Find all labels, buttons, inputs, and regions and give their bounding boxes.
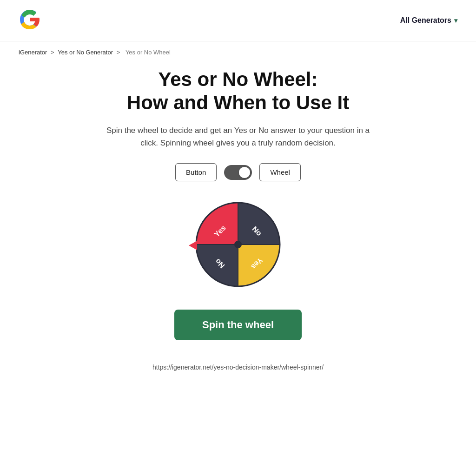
wheel-mode-btn[interactable]: Wheel bbox=[259, 163, 301, 181]
logo bbox=[19, 8, 41, 33]
wheel-svg: No Yes No Yes bbox=[192, 198, 284, 291]
toggle-switch[interactable] bbox=[224, 165, 252, 180]
all-generators-button[interactable]: All Generators ▾ bbox=[400, 16, 457, 25]
toggle-knob bbox=[239, 167, 250, 178]
all-generators-label: All Generators bbox=[400, 16, 451, 25]
button-mode-btn[interactable]: Button bbox=[175, 163, 217, 181]
breadcrumb-current: Yes or No Wheel bbox=[126, 49, 171, 56]
wheel-wrapper[interactable]: No Yes No Yes bbox=[192, 198, 284, 293]
breadcrumb-igenerator[interactable]: iGenerator bbox=[19, 49, 47, 56]
subtitle: Spin the wheel to decide and get an Yes … bbox=[99, 124, 377, 149]
breadcrumb-yes-no-generator[interactable]: Yes or No Generator bbox=[58, 49, 113, 56]
page-title: Yes or No Wheel:How and When to Use It bbox=[66, 68, 410, 115]
footer-url: https://igenerator.net/yes-no-decision-m… bbox=[66, 364, 410, 371]
header: All Generators ▾ bbox=[0, 0, 476, 41]
main-content: Yes or No Wheel:How and When to Use It S… bbox=[57, 63, 419, 390]
spin-button[interactable]: Spin the wheel bbox=[174, 310, 302, 340]
breadcrumb: iGenerator > Yes or No Generator > Yes o… bbox=[0, 41, 476, 63]
chevron-down-icon: ▾ bbox=[454, 17, 457, 24]
mode-toggle-row: Button Wheel bbox=[66, 163, 410, 181]
wheel-pointer bbox=[189, 241, 197, 250]
wheel-container: No Yes No Yes bbox=[66, 198, 410, 293]
